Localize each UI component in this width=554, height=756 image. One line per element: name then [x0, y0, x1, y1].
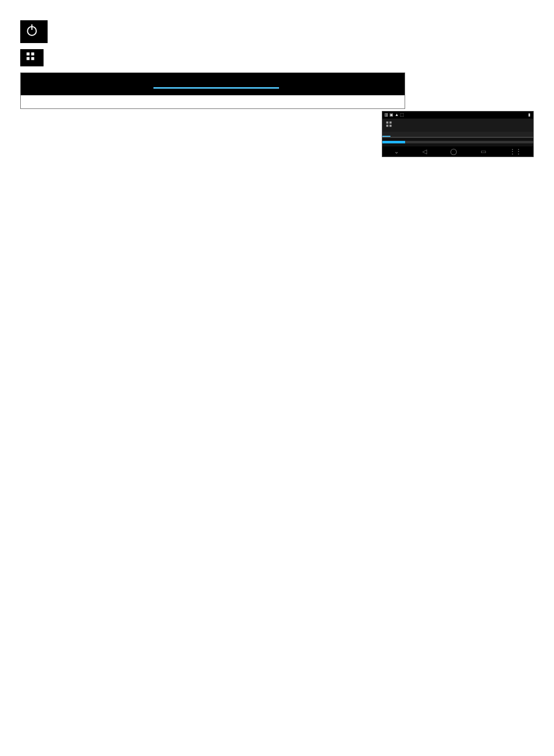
- badge-power-saving: [20, 20, 48, 43]
- apps-icon: [25, 51, 35, 64]
- phone-screenshot: ▥ ▣ ▲ ⬚ ▮ ⌄ ◁ ◯ ▭ ⋮⋮: [382, 111, 534, 157]
- svg-rect-2: [27, 53, 30, 56]
- phone-storage-bar: [382, 141, 533, 143]
- svg-rect-9: [389, 125, 391, 127]
- svg-rect-5: [31, 57, 34, 60]
- svg-rect-6: [386, 122, 388, 124]
- status-icons: ▥ ▣ ▲ ⬚: [384, 112, 404, 118]
- nav-menu-icon: ⋮⋮: [509, 147, 522, 156]
- phone-navbar: ⌄ ◁ ◯ ▭ ⋮⋮: [382, 146, 533, 157]
- badge-apps: [20, 49, 44, 66]
- phone-tab-running: [525, 132, 533, 137]
- nav-voice-icon: ⌄: [394, 147, 399, 156]
- tab-downloaded: [21, 83, 153, 86]
- tab-running: [153, 80, 279, 89]
- svg-rect-3: [31, 53, 34, 56]
- nav-back-icon: ◁: [422, 147, 427, 156]
- nav-recent-icon: ▭: [481, 147, 486, 156]
- tab-all: [279, 83, 405, 86]
- svg-rect-7: [389, 122, 391, 124]
- svg-rect-8: [386, 125, 388, 127]
- apps-tabs-screenshot: [20, 72, 405, 109]
- phone-tab-downloaded: [382, 132, 390, 137]
- svg-rect-4: [27, 57, 30, 60]
- status-time: ▮: [528, 112, 531, 118]
- phone-apps-icon: [385, 121, 392, 130]
- power-icon: [25, 23, 38, 40]
- nav-home-icon: ◯: [450, 147, 457, 156]
- swipe-caption: [21, 95, 405, 108]
